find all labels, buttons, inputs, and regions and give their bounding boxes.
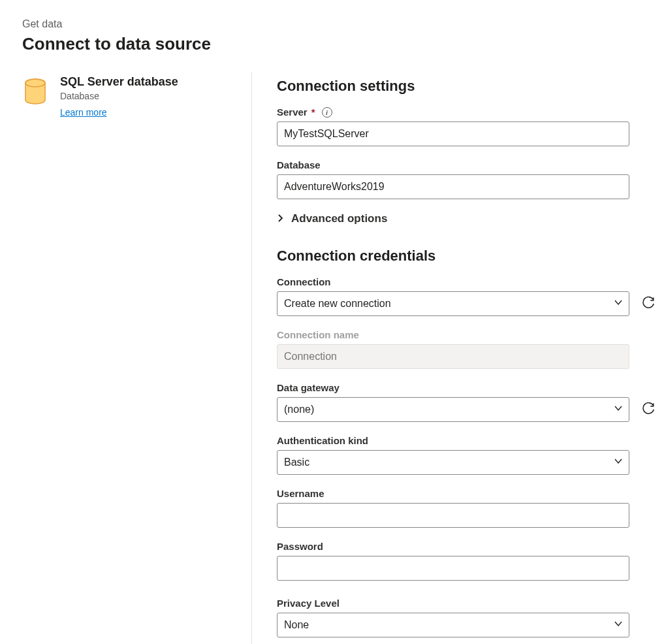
- privacy-level-select[interactable]: [277, 613, 629, 637]
- database-input[interactable]: [277, 174, 629, 199]
- connection-name-label: Connection name: [277, 329, 656, 340]
- connection-credentials-heading: Connection credentials: [277, 248, 656, 265]
- info-icon[interactable]: i: [322, 107, 332, 118]
- auth-kind-select[interactable]: [277, 450, 629, 475]
- connection-name-input: [277, 344, 629, 369]
- page-title: Connect to data source: [22, 34, 642, 54]
- learn-more-link[interactable]: Learn more: [60, 107, 107, 118]
- source-subtitle: Database: [60, 91, 178, 101]
- advanced-options-label: Advanced options: [291, 212, 387, 225]
- username-label: Username: [277, 488, 656, 499]
- gateway-label: Data gateway: [277, 382, 656, 393]
- source-title: SQL Server database: [60, 75, 178, 89]
- database-label: Database: [277, 159, 656, 170]
- gateway-select[interactable]: [277, 397, 629, 422]
- breadcrumb: Get data: [22, 18, 642, 30]
- privacy-level-label: Privacy Level: [277, 598, 656, 609]
- username-input[interactable]: [277, 503, 629, 528]
- refresh-icon: [641, 297, 656, 311]
- password-input[interactable]: [277, 556, 629, 581]
- connection-settings-heading: Connection settings: [277, 78, 656, 95]
- server-label: Server * i: [277, 106, 656, 118]
- chevron-right-icon: [277, 212, 285, 225]
- database-icon: [22, 75, 48, 106]
- auth-kind-label: Authentication kind: [277, 435, 656, 446]
- connection-select[interactable]: [277, 291, 629, 316]
- advanced-options-expander[interactable]: Advanced options: [277, 212, 656, 225]
- required-asterisk: *: [311, 106, 315, 118]
- server-input[interactable]: [277, 121, 629, 146]
- connection-label: Connection: [277, 276, 656, 287]
- refresh-gateway-button[interactable]: [641, 402, 656, 417]
- refresh-icon: [641, 402, 656, 417]
- password-label: Password: [277, 541, 656, 552]
- refresh-connection-button[interactable]: [641, 297, 656, 311]
